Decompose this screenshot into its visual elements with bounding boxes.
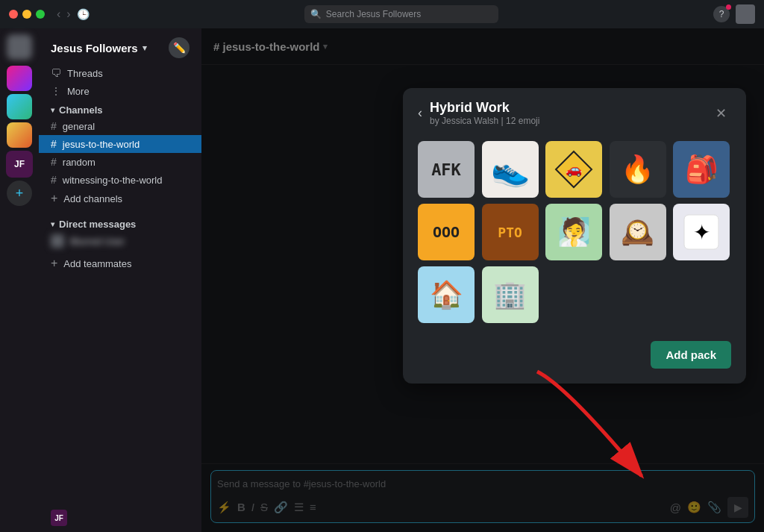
emoji-cell-house-slack: 🏠 — [418, 266, 475, 323]
threads-icon: 🗨 — [51, 67, 61, 79]
modal-subtitle: by Jessica Walsh | 12 emoji — [430, 116, 539, 126]
history-button[interactable]: 🕒 — [77, 8, 90, 20]
emoji-cell-pto: PTO — [482, 204, 539, 260]
sidebar-item-threads[interactable]: 🗨 Threads — [39, 64, 201, 82]
slack-logo-svg: ✦ — [683, 213, 720, 251]
sidebar-item-jesus-to-the-world[interactable]: # jesus-to-the-world — [39, 135, 201, 153]
svg-text:🚗: 🚗 — [566, 161, 583, 178]
add-teammates-label: Add teammates — [63, 258, 131, 269]
modal-emoji-count: 12 emoji — [506, 116, 539, 126]
add-workspace-button[interactable]: + — [7, 181, 32, 206]
search-bar[interactable]: 🔍 Search Jesus Followers — [304, 5, 498, 23]
workspace-icon-1[interactable] — [7, 34, 32, 60]
sidebar-item-witnessing[interactable]: # witnessing-to-the-world — [39, 171, 201, 189]
emoji-cell-ooo: OOO — [418, 204, 475, 260]
emoji-cell-backpack: 🎒 — [673, 141, 730, 198]
add-pack-button[interactable]: Add pack — [651, 341, 731, 369]
more-icon: ⋮ — [51, 85, 61, 97]
channel-active-label: jesus-to-the-world — [63, 139, 140, 150]
modal-close-button[interactable]: ✕ — [710, 103, 731, 124]
emoji-pack-modal: ‹ Hybrid Work by Jessica Walsh | 12 emoj… — [403, 88, 746, 384]
sidebar-add-channels[interactable]: + Add channels — [39, 189, 201, 208]
emoji-cell-melting-clock: 🕰️ — [610, 204, 666, 260]
question-icon: ? — [719, 9, 724, 19]
hash-icon-general: # — [51, 120, 57, 132]
dm-chevron: ▾ — [51, 220, 54, 228]
workspace-icon-3[interactable] — [7, 94, 32, 119]
back-icon: ‹ — [418, 105, 422, 120]
modal-footer: Add pack — [403, 332, 746, 384]
minimize-window-button[interactable] — [22, 10, 31, 19]
title-bar-right: ? — [713, 4, 755, 24]
emoji-cell-car-sign: 🚗 — [545, 141, 602, 198]
main-content: # jesus-to-the-world ▾ Send a message to… — [201, 28, 764, 532]
modal-back-button[interactable]: ‹ — [418, 105, 422, 121]
modal-header-left: ‹ Hybrid Work by Jessica Walsh | 12 emoj… — [418, 100, 539, 126]
add-channels-icon: + — [51, 192, 57, 205]
channels-section[interactable]: ▾ Channels — [39, 100, 201, 117]
sidebar-item-random[interactable]: # random — [39, 153, 201, 171]
emoji-cell-slack-logo: ✦ — [673, 204, 730, 260]
left-sidebar: Jesus Followers ▾ ✏️ 🗨 Threads ⋮ More ▾ … — [39, 28, 201, 532]
workspace-name[interactable]: Jesus Followers ▾ — [51, 42, 147, 54]
sidebar-add-teammates[interactable]: + Add teammates — [39, 254, 201, 273]
sidebar-item-more[interactable]: ⋮ More — [39, 82, 201, 100]
car-sign-svg: 🚗 — [553, 148, 595, 190]
svg-text:✦: ✦ — [693, 221, 710, 244]
help-button[interactable]: ? — [713, 6, 730, 22]
workspace-name-label: Jesus Followers — [51, 42, 138, 54]
modal-title: Hybrid Work — [430, 100, 539, 116]
close-window-button[interactable] — [9, 10, 18, 19]
title-bar-center: 🔍 Search Jesus Followers — [96, 5, 707, 23]
dm-avatar-1 — [51, 234, 64, 248]
sidebar-item-general[interactable]: # general — [39, 117, 201, 135]
search-icon: 🔍 — [310, 9, 322, 19]
emoji-cell-face-mask: 🧖 — [545, 204, 602, 260]
sidebar-dm-item-1[interactable]: Blurred User — [39, 231, 201, 251]
sidebar-header: Jesus Followers ▾ ✏️ — [39, 28, 201, 64]
channel-random-label: random — [63, 157, 96, 168]
dm-label: Direct messages — [59, 219, 136, 230]
workspace-label-jf[interactable]: JF — [6, 151, 33, 178]
threads-label: Threads — [67, 68, 103, 79]
add-teammates-icon: + — [51, 257, 57, 270]
user-jf-badge: JF — [51, 510, 67, 526]
dm-name-1: Blurred User — [70, 236, 125, 247]
channels-chevron: ▾ — [51, 106, 54, 114]
workspace-icon-4[interactable] — [7, 122, 32, 148]
hash-icon-witnessing: # — [51, 174, 57, 186]
channels-label: Channels — [59, 104, 103, 116]
modal-author: by Jessica Walsh — [430, 116, 498, 126]
emoji-cell-building-slack: 🏢 — [482, 266, 539, 323]
emoji-cell-desk-fire: 🔥 — [610, 141, 666, 198]
more-label: More — [67, 86, 90, 97]
emoji-cell-afk: AFK — [418, 141, 475, 198]
hash-icon-active: # — [51, 138, 57, 150]
user-avatar[interactable] — [736, 4, 755, 24]
back-nav-button[interactable]: ‹ — [57, 7, 60, 21]
close-icon: ✕ — [716, 105, 727, 122]
workspace-chevron: ▾ — [143, 43, 147, 53]
search-placeholder: Search Jesus Followers — [326, 9, 421, 19]
compose-icon: ✏️ — [173, 42, 186, 54]
help-badge — [726, 4, 731, 10]
emoji-cell-shoe: 👟 — [482, 141, 539, 198]
workspace-icon-2[interactable] — [7, 66, 32, 91]
maximize-window-button[interactable] — [36, 10, 45, 19]
user-profile-area[interactable]: JF — [39, 504, 201, 532]
hash-icon-random: # — [51, 156, 57, 168]
channel-witnessing-label: witnessing-to-the-world — [63, 175, 163, 186]
icon-sidebar: JF + — [0, 28, 39, 532]
emoji-grid: AFK 👟 🚗 🔥 🎒 OOO PTO 🧖 🕰️ — [403, 132, 746, 332]
window-controls — [9, 10, 45, 19]
channel-general-label: general — [63, 121, 95, 132]
compose-button[interactable]: ✏️ — [169, 37, 190, 58]
title-bar: ‹ › 🕒 🔍 Search Jesus Followers ? — [0, 0, 764, 28]
forward-nav-button[interactable]: › — [66, 7, 70, 21]
main-layout: JF + Jesus Followers ▾ ✏️ 🗨 Threads ⋮ Mo… — [0, 28, 764, 532]
add-channels-label: Add channels — [63, 193, 122, 204]
modal-header: ‹ Hybrid Work by Jessica Walsh | 12 emoj… — [403, 88, 746, 132]
modal-title-group: Hybrid Work by Jessica Walsh | 12 emoji — [430, 100, 539, 126]
dm-section[interactable]: ▾ Direct messages — [39, 214, 201, 231]
